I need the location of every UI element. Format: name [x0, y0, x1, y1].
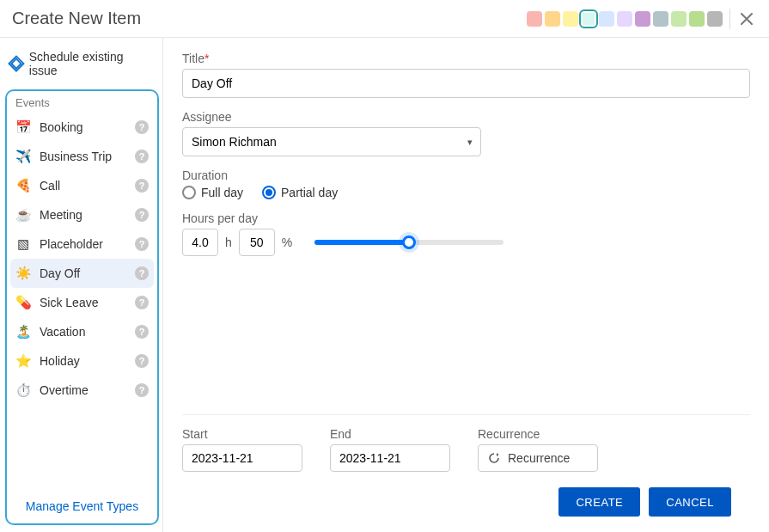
- event-type-item[interactable]: 💊Sick Leave?: [10, 288, 154, 317]
- color-swatch[interactable]: [581, 11, 596, 27]
- event-label: Booking: [40, 120, 83, 134]
- assignee-select[interactable]: [182, 127, 481, 156]
- event-icon: ☕: [15, 207, 31, 223]
- events-list: 📅Booking?✈️Business Trip?🍕Call?☕Meeting?…: [10, 113, 154, 405]
- event-icon: ✈️: [15, 149, 31, 164]
- cancel-button[interactable]: CANCEL: [649, 487, 731, 517]
- end-input[interactable]: [330, 444, 450, 472]
- start-field: Start: [182, 427, 302, 472]
- events-panel: Events 📅Booking?✈️Business Trip?🍕Call?☕M…: [5, 89, 159, 525]
- event-type-item[interactable]: ✈️Business Trip?: [10, 142, 154, 171]
- manage-event-types-link[interactable]: Manage Event Types: [10, 492, 154, 515]
- help-icon[interactable]: ?: [135, 383, 149, 397]
- dialog-title: Create New Item: [12, 9, 141, 28]
- color-swatch[interactable]: [707, 11, 723, 27]
- help-icon[interactable]: ?: [135, 208, 149, 222]
- event-icon: ☀️: [15, 266, 31, 281]
- assignee-label: Assignee: [182, 110, 750, 124]
- refresh-icon: [487, 451, 501, 465]
- event-label: Day Off: [40, 266, 80, 280]
- help-icon[interactable]: ?: [135, 179, 149, 193]
- recurrence-button-label: Recurrence: [508, 451, 570, 465]
- event-icon: 📅: [15, 119, 31, 135]
- event-icon: ⏱️: [15, 382, 31, 398]
- slider-thumb[interactable]: [402, 235, 416, 249]
- dialog-footer: CREATE CANCEL: [182, 472, 750, 532]
- color-swatch[interactable]: [599, 11, 614, 27]
- color-swatch[interactable]: [671, 11, 687, 27]
- end-label: End: [330, 427, 450, 441]
- color-swatch[interactable]: [635, 11, 650, 27]
- recurrence-label: Recurrence: [478, 427, 598, 441]
- partial-day-radio[interactable]: Partial day: [262, 186, 338, 199]
- event-label: Meeting: [40, 208, 82, 222]
- event-type-item[interactable]: ☕Meeting?: [10, 200, 154, 229]
- slider-track-fill: [314, 240, 409, 245]
- title-label: Title*: [182, 52, 750, 65]
- event-icon: 🍕: [15, 178, 31, 193]
- recurrence-field: Recurrence Recurrence: [478, 427, 598, 472]
- create-button[interactable]: CREATE: [558, 487, 640, 517]
- full-day-radio[interactable]: Full day: [182, 186, 243, 199]
- color-swatch[interactable]: [653, 11, 668, 27]
- start-input[interactable]: [182, 444, 302, 472]
- create-item-dialog: Create New Item Schedule existing issue …: [0, 0, 769, 532]
- event-icon: ⭐: [15, 353, 31, 369]
- event-type-item[interactable]: 📅Booking?: [10, 113, 154, 142]
- dialog-body: Schedule existing issue Events 📅Booking?…: [0, 38, 769, 532]
- hours-field-group: Hours per day h %: [182, 211, 750, 256]
- color-swatch[interactable]: [617, 11, 632, 27]
- duration-label: Duration: [182, 168, 750, 182]
- event-label: Vacation: [40, 325, 85, 339]
- event-label: Sick Leave: [40, 296, 98, 309]
- event-type-item[interactable]: ▧Placeholder?: [10, 229, 154, 259]
- dialog-header: Create New Item: [0, 0, 769, 38]
- sidebar: Schedule existing issue Events 📅Booking?…: [0, 38, 163, 532]
- percent-unit: %: [282, 235, 292, 249]
- event-label: Overtime: [40, 383, 88, 397]
- start-label: Start: [182, 427, 302, 441]
- full-day-label: Full day: [201, 186, 243, 199]
- issue-icon: [8, 55, 25, 72]
- header-controls: [527, 10, 755, 28]
- schedule-existing-label: Schedule existing issue: [29, 50, 152, 77]
- events-header: Events: [10, 96, 154, 113]
- duration-radio-group: Full day Partial day: [182, 186, 750, 199]
- schedule-existing-issue[interactable]: Schedule existing issue: [5, 45, 159, 86]
- help-icon[interactable]: ?: [135, 296, 149, 309]
- color-swatch[interactable]: [527, 11, 542, 27]
- event-type-item[interactable]: ⭐Holiday?: [10, 346, 154, 376]
- date-recurrence-row: Start End Recurrence Recurre: [182, 414, 750, 472]
- event-type-item[interactable]: ⏱️Overtime?: [10, 376, 154, 405]
- event-type-item[interactable]: 🏝️Vacation?: [10, 317, 154, 346]
- event-label: Holiday: [40, 354, 80, 368]
- assignee-field-group: Assignee ▾: [182, 110, 750, 156]
- help-icon[interactable]: ?: [135, 354, 149, 368]
- hours-slider[interactable]: [314, 240, 504, 245]
- title-field-group: Title*: [182, 52, 750, 98]
- percent-input[interactable]: [239, 229, 275, 256]
- close-icon[interactable]: [738, 10, 755, 28]
- duration-field-group: Duration Full day Partial day: [182, 168, 750, 199]
- color-picker: [527, 11, 723, 27]
- hours-label: Hours per day: [182, 211, 750, 225]
- event-type-item[interactable]: 🍕Call?: [10, 171, 154, 200]
- event-label: Call: [40, 179, 60, 193]
- event-type-item[interactable]: ☀️Day Off?: [10, 259, 154, 288]
- help-icon[interactable]: ?: [135, 237, 149, 251]
- event-icon: ▧: [15, 236, 31, 252]
- help-icon[interactable]: ?: [135, 150, 149, 163]
- hours-input[interactable]: [182, 229, 218, 256]
- recurrence-button[interactable]: Recurrence: [478, 444, 598, 472]
- help-icon[interactable]: ?: [135, 266, 149, 280]
- event-label: Placeholder: [40, 237, 103, 251]
- color-swatch[interactable]: [689, 11, 705, 27]
- color-swatch[interactable]: [563, 11, 578, 27]
- hours-unit: h: [225, 235, 232, 249]
- event-icon: 💊: [15, 295, 31, 310]
- help-icon[interactable]: ?: [135, 120, 149, 134]
- color-swatch[interactable]: [545, 11, 560, 27]
- title-input[interactable]: [182, 69, 750, 98]
- event-label: Business Trip: [40, 150, 112, 163]
- help-icon[interactable]: ?: [135, 325, 149, 339]
